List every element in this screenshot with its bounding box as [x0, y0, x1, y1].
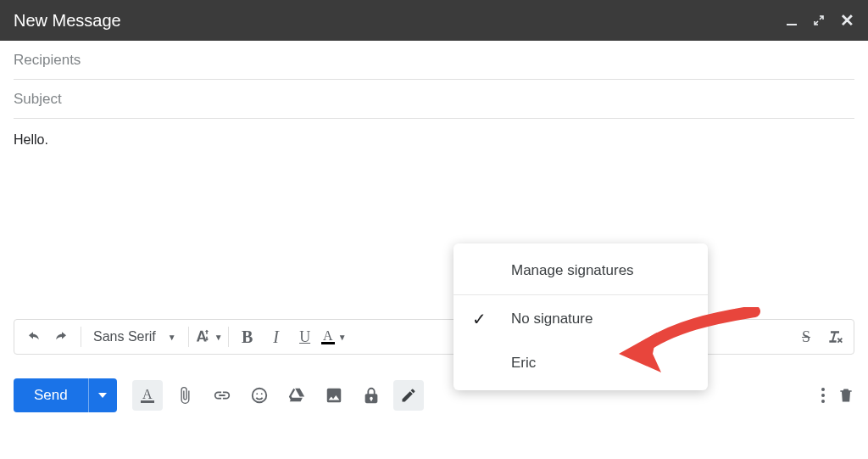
- italic-button[interactable]: I: [263, 324, 290, 350]
- redo-button[interactable]: [48, 324, 75, 350]
- svg-point-4: [821, 388, 825, 391]
- recipients-placeholder: Recipients: [14, 52, 81, 69]
- separator: [453, 294, 708, 295]
- bold-button[interactable]: B: [234, 324, 261, 350]
- text-color-button[interactable]: A ▼: [320, 324, 348, 350]
- insert-signature-button[interactable]: [393, 380, 424, 411]
- minimize-icon[interactable]: [786, 14, 798, 26]
- chevron-down-icon: ▼: [338, 333, 347, 342]
- window-titlebar: New Message ✕: [0, 0, 868, 41]
- signature-menu: Manage signatures ✓ No signature Eric: [453, 243, 708, 390]
- insert-emoji-button[interactable]: [244, 380, 275, 411]
- no-signature-label: No signature: [511, 311, 593, 327]
- svg-point-5: [821, 394, 825, 397]
- formatting-toolbar: Sans Serif ▼ ▼ B I U A ▼ S: [14, 319, 854, 355]
- confidential-mode-button[interactable]: [356, 380, 387, 411]
- formatting-icon: A: [141, 389, 154, 403]
- text-color-icon: A: [321, 330, 335, 344]
- insert-drive-button[interactable]: [281, 380, 312, 411]
- font-name: Sans Serif: [93, 329, 156, 344]
- window-controls: ✕: [786, 10, 854, 31]
- svg-point-6: [821, 400, 825, 403]
- checkmark-icon: ✓: [472, 309, 487, 329]
- signature-item-eric[interactable]: Eric: [453, 341, 708, 385]
- svg-point-2: [256, 393, 258, 395]
- window-title: New Message: [14, 11, 786, 31]
- insert-image-button[interactable]: [319, 380, 349, 411]
- manage-signatures-label: Manage signatures: [511, 262, 634, 279]
- compose-fields: Recipients Subject: [0, 41, 868, 119]
- clear-formatting-button[interactable]: [821, 324, 849, 350]
- formatting-toggle-button[interactable]: A: [132, 380, 163, 411]
- subject-field[interactable]: Subject: [14, 80, 854, 119]
- close-icon[interactable]: ✕: [840, 10, 854, 31]
- separator: [188, 327, 189, 347]
- send-options-button[interactable]: [88, 378, 117, 412]
- compose-action-icons: A: [132, 380, 424, 411]
- send-button-group: Send: [14, 378, 117, 412]
- chevron-down-icon: ▼: [214, 333, 223, 342]
- svg-point-3: [261, 393, 263, 395]
- underline-button[interactable]: U: [292, 324, 319, 350]
- expand-icon[interactable]: [813, 14, 825, 26]
- font-size-button[interactable]: ▼: [194, 324, 223, 350]
- signature-name: Eric: [511, 355, 536, 372]
- more-options-button[interactable]: [821, 380, 826, 411]
- message-body[interactable]: Hello.: [0, 119, 868, 288]
- manage-signatures-item[interactable]: Manage signatures: [453, 249, 708, 293]
- attach-file-button[interactable]: [170, 380, 200, 411]
- strikethrough-button[interactable]: S: [793, 324, 820, 350]
- discard-draft-button[interactable]: [837, 380, 854, 411]
- send-button[interactable]: Send: [14, 378, 88, 412]
- separator: [228, 327, 229, 347]
- undo-button[interactable]: [19, 324, 47, 350]
- subject-placeholder: Subject: [14, 91, 62, 108]
- right-action-icons: [821, 380, 854, 411]
- svg-rect-0: [787, 24, 797, 25]
- recipients-field[interactable]: Recipients: [14, 41, 854, 80]
- separator: [81, 327, 81, 347]
- no-signature-item[interactable]: ✓ No signature: [453, 297, 708, 341]
- action-bar: Send A: [14, 377, 854, 414]
- svg-point-1: [252, 389, 266, 403]
- font-family-select[interactable]: Sans Serif ▼: [86, 324, 183, 350]
- body-text: Hello.: [14, 132, 48, 147]
- formatting-toolbar-container: Sans Serif ▼ ▼ B I U A ▼ S: [14, 319, 854, 355]
- chevron-down-icon: ▼: [168, 333, 176, 342]
- insert-link-button[interactable]: [207, 380, 237, 411]
